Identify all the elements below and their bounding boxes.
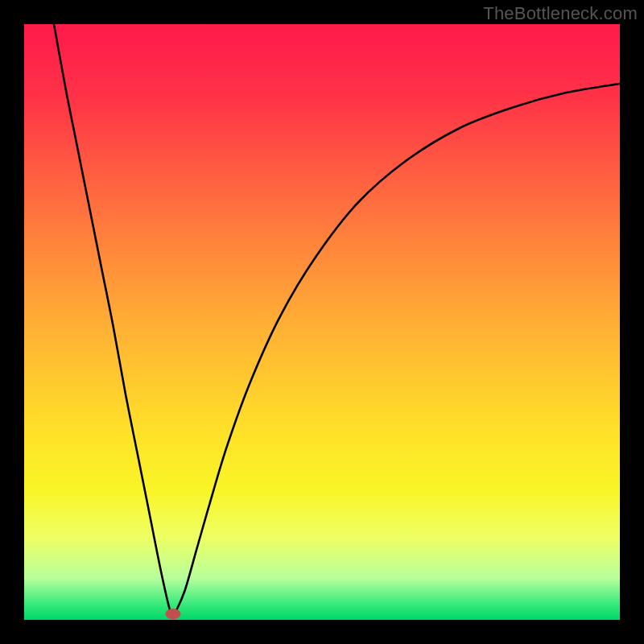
chart-frame: TheBottleneck.com [0, 0, 644, 644]
minimum-marker [165, 609, 180, 619]
watermark-text: TheBottleneck.com [483, 3, 638, 24]
gradient-bg [24, 24, 620, 620]
chart-svg [24, 24, 620, 620]
plot-area [24, 24, 620, 620]
